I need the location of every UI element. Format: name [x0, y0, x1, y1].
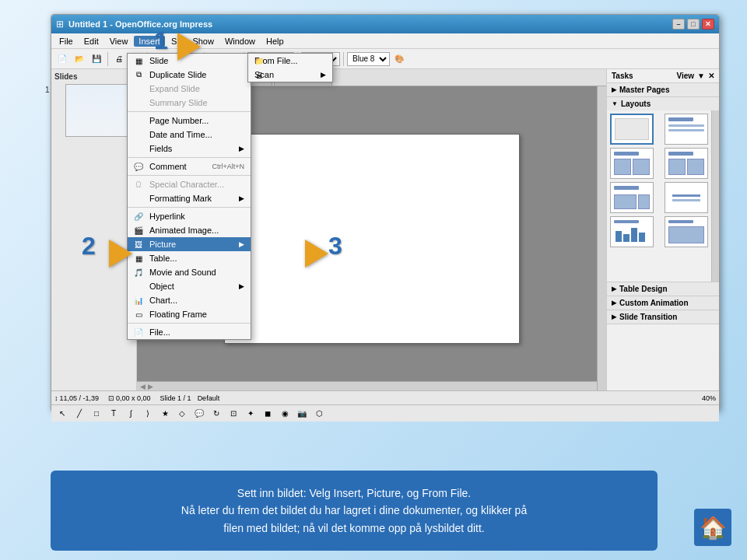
slide-transition-title[interactable]: ▶ Slide Transition — [607, 310, 719, 324]
layout-item-lines2[interactable] — [610, 148, 654, 179]
3d-tool[interactable]: ◉ — [277, 406, 293, 422]
layout-item-lines4[interactable] — [610, 182, 654, 213]
sep4 — [128, 207, 251, 208]
callout-tool[interactable]: 💬 — [191, 406, 207, 422]
menu-table[interactable]: ▦ Table... — [128, 251, 251, 265]
flowchart-tool[interactable]: ◇ — [174, 406, 190, 422]
special-char-icon: Ω — [132, 178, 145, 191]
print-btn[interactable]: 🖨 — [111, 51, 127, 67]
line-tool[interactable]: ╱ — [72, 406, 87, 422]
menu-expand-slide[interactable]: Expand Slide — [128, 82, 251, 96]
panel-close[interactable]: ✕ — [708, 72, 714, 80]
menu-edit[interactable]: Edit — [79, 36, 103, 47]
summary-icon — [132, 96, 145, 109]
layouts-grid — [607, 110, 719, 250]
extrusion-tool[interactable]: ⬡ — [311, 406, 327, 422]
menu-hyperlink[interactable]: 🔗 Hyperlink — [128, 209, 251, 223]
picture-icon: 🖼 — [132, 238, 145, 250]
layout-item-lines5[interactable] — [665, 182, 708, 213]
connector-tool[interactable]: ⟩ — [140, 406, 156, 422]
menu-file[interactable]: 📄 File... — [128, 325, 251, 339]
menu-picture[interactable]: 🖼 Picture ▶ — [128, 237, 251, 251]
menu-help[interactable]: Help — [261, 36, 289, 47]
menu-scan[interactable]: 🖨 Scan ▶ — [248, 68, 332, 82]
table-design-title[interactable]: ▶ Table Design — [607, 282, 719, 296]
picture-submenu: 📁 From File... 🖨 Scan ▶ — [247, 53, 333, 82]
title-buttons: – □ ✕ — [672, 19, 714, 30]
effects-tool[interactable]: ★ — [157, 406, 173, 422]
comment-shortcut: Ctrl+Alt+N — [212, 163, 244, 170]
title-bar: ⊞ Untitled 1 - OpenOffice.org Impress – … — [51, 15, 719, 33]
date-icon — [132, 128, 145, 141]
arrow-3 — [305, 240, 328, 268]
home-button[interactable]: 🏠 — [694, 509, 731, 546]
menu-comment[interactable]: 💬 Comment Ctrl+Alt+N — [128, 159, 251, 173]
layout-item-chart[interactable] — [610, 216, 654, 247]
animated-icon: 🎬 — [132, 224, 145, 236]
menu-view[interactable]: View — [105, 36, 133, 47]
scan-icon: 🖨 — [253, 68, 265, 81]
minimize-button[interactable]: – — [672, 19, 685, 30]
blue-select[interactable]: Blue 8 — [347, 52, 390, 66]
slide-info: Slide 1 / 1 — [160, 394, 191, 402]
scroll-horizontal[interactable]: ◀ ▶ — [137, 381, 597, 390]
file-icon: 📄 — [132, 326, 145, 338]
menu-formatting-mark[interactable]: Formatting Mark ▶ — [128, 191, 251, 205]
save-btn[interactable]: 💾 — [89, 51, 104, 67]
menu-duplicate-slide[interactable]: ⧉ Duplicate Slide — [128, 68, 251, 82]
slide-number-1: 1 — [45, 86, 50, 94]
layouts-scrollbar[interactable] — [711, 110, 719, 282]
menu-floating-frame[interactable]: ▭ Floating Frame — [128, 307, 251, 321]
menu-fields[interactable]: Fields ▶ — [128, 142, 251, 156]
color-picker[interactable]: 🎨 — [391, 51, 407, 67]
table-icon: ▦ — [132, 252, 145, 264]
bottom-toolbar: ↖ ╱ □ T ∫ ⟩ ★ ◇ 💬 ↻ ⊡ ✦ ◼ ◉ 📷 ⬡ — [51, 404, 719, 422]
points-tool[interactable]: ⊡ — [226, 406, 241, 422]
gluepoints-tool[interactable]: ✦ — [243, 406, 258, 422]
layout-item-blank[interactable] — [610, 114, 654, 145]
master-pages-title[interactable]: ▶ Master Pages — [607, 83, 719, 96]
menu-bar: File Edit View Insert Slide Show Window … — [51, 33, 719, 49]
status-bar: ↕ 11,05 / -1,39 ⊡ 0,00 x 0,00 Slide 1 / … — [51, 390, 719, 404]
layout-item-lines3[interactable] — [665, 148, 708, 179]
info-line1: Sett inn bildet: Velg Insert, Picture, o… — [69, 485, 639, 502]
menu-chart[interactable]: 📊 Chart... — [128, 293, 251, 307]
hyperlink-icon: 🔗 — [132, 210, 145, 222]
info-box: Sett inn bildet: Velg Insert, Picture, o… — [51, 471, 658, 551]
slide-thumbnail-1[interactable] — [65, 84, 135, 137]
cursor-position: 11,05 / -1,39 — [60, 394, 100, 402]
open-btn[interactable]: 📂 — [72, 51, 87, 67]
text-tool[interactable]: T — [106, 406, 121, 422]
sep3 — [128, 175, 251, 176]
fromfile-tool[interactable]: 📷 — [294, 406, 310, 422]
window-title: Untitled 1 - OpenOffice.org Impress — [68, 19, 212, 29]
menu-date-time[interactable]: Date and Time... — [128, 128, 251, 142]
layouts-title[interactable]: ▼ Layouts — [607, 97, 719, 110]
menu-window[interactable]: Window — [220, 36, 260, 47]
shadow-tool[interactable]: ◼ — [260, 406, 275, 422]
layouts-section: ▼ Layouts — [607, 97, 719, 282]
menu-animated-image[interactable]: 🎬 Animated Image... — [128, 223, 251, 237]
slides-panel-title: Slides — [54, 72, 133, 81]
scroll-vertical[interactable] — [597, 86, 606, 390]
menu-special-char[interactable]: Ω Special Character... — [128, 177, 251, 191]
menu-from-file[interactable]: 📁 From File... — [248, 54, 332, 68]
maximize-button[interactable]: □ — [687, 19, 700, 30]
menu-file[interactable]: File — [54, 36, 78, 47]
slide-transition-label: Slide Transition — [619, 313, 677, 321]
layout-item-mixed[interactable] — [665, 216, 708, 247]
custom-animation-title[interactable]: ▶ Custom Animation — [607, 296, 719, 310]
menu-summary-slide[interactable]: Summary Slide — [128, 96, 251, 110]
rect-tool[interactable]: □ — [89, 406, 104, 422]
close-button[interactable]: ✕ — [702, 19, 714, 30]
curve-tool[interactable]: ∫ — [123, 406, 139, 422]
menu-page-number[interactable]: Page Number... — [128, 114, 251, 128]
menu-object[interactable]: Object ▶ — [128, 279, 251, 293]
view-label: View — [676, 72, 694, 80]
layout-item-lines[interactable] — [665, 114, 708, 145]
rotate-tool[interactable]: ↻ — [209, 406, 224, 422]
arrow-tool[interactable]: ↖ — [54, 406, 70, 422]
new-btn[interactable]: 📄 — [54, 51, 70, 67]
menu-movie-sound[interactable]: 🎵 Movie and Sound — [128, 265, 251, 279]
slide-transition-section: ▶ Slide Transition — [607, 310, 719, 324]
